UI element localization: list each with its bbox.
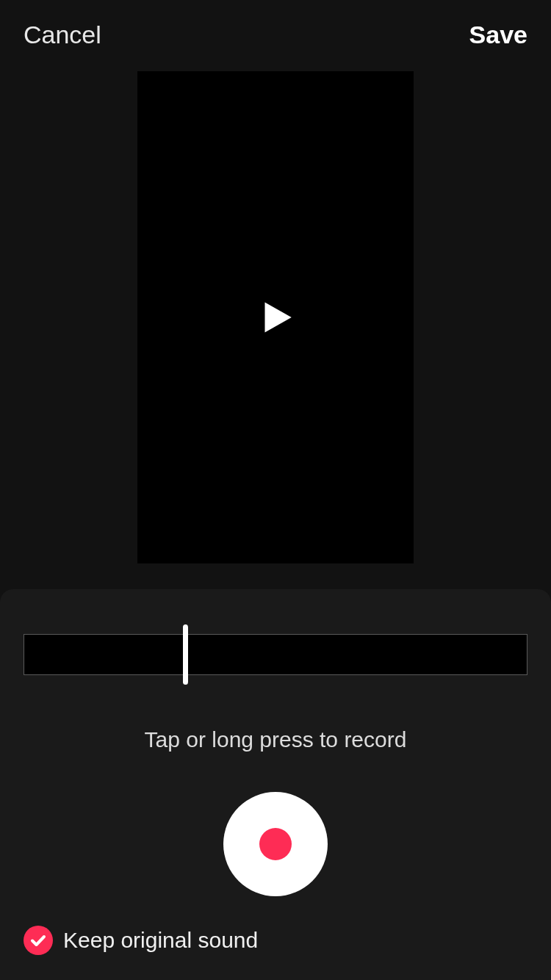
checkmark-icon <box>24 926 53 955</box>
keep-original-sound-label: Keep original sound <box>63 928 258 953</box>
keep-original-sound-toggle[interactable]: Keep original sound <box>24 926 258 955</box>
video-preview[interactable] <box>137 71 414 563</box>
record-icon <box>259 828 292 860</box>
timeline[interactable] <box>24 624 527 685</box>
header: Cancel Save <box>0 0 551 71</box>
recording-hint: Tap or long press to record <box>24 727 527 752</box>
timeline-track <box>24 634 527 675</box>
play-icon <box>254 296 297 339</box>
record-button-container <box>24 792 527 896</box>
record-button[interactable] <box>223 792 328 896</box>
cancel-button[interactable]: Cancel <box>24 21 101 49</box>
timeline-playhead[interactable] <box>183 624 188 685</box>
save-button[interactable]: Save <box>469 21 527 49</box>
recording-panel: Tap or long press to record Keep origina… <box>0 589 551 980</box>
video-preview-area <box>0 71 551 563</box>
